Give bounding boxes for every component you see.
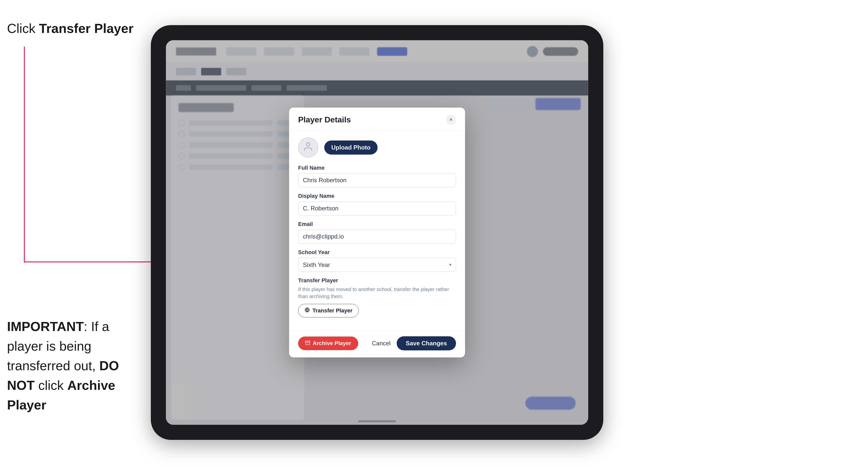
instruction-bottom: IMPORTANT: If a player is being transfer… xyxy=(7,317,148,415)
footer-right-actions: Cancel Save Changes xyxy=(372,336,456,350)
svg-point-0 xyxy=(306,143,310,146)
instruction-important: IMPORTANT xyxy=(7,319,84,334)
modal-footer: Archive Player Cancel Save Changes xyxy=(289,331,465,357)
modal-overlay: Player Details × xyxy=(166,40,588,425)
full-name-label: Full Name xyxy=(298,165,456,171)
full-name-group: Full Name xyxy=(298,165,456,187)
upload-photo-button[interactable]: Upload Photo xyxy=(324,141,378,155)
full-name-input[interactable] xyxy=(298,173,456,187)
photo-row: Upload Photo xyxy=(298,137,456,158)
instruction-top: Click Transfer Player xyxy=(7,20,133,37)
svg-rect-1 xyxy=(305,341,310,342)
email-input[interactable] xyxy=(298,229,456,244)
modal-header: Player Details × xyxy=(289,107,465,130)
email-group: Email xyxy=(298,221,456,244)
transfer-player-button[interactable]: Transfer Player xyxy=(298,304,359,317)
instruction-top-bold: Transfer Player xyxy=(39,21,133,36)
modal-close-button[interactable]: × xyxy=(446,115,456,125)
modal-body: Upload Photo Full Name Display Name xyxy=(289,130,465,331)
avatar-placeholder xyxy=(298,137,318,158)
display-name-group: Display Name xyxy=(298,193,456,215)
display-name-input[interactable] xyxy=(298,201,456,215)
school-year-select-wrapper: First Year Second Year Third Year Fourth… xyxy=(298,258,456,272)
archive-btn-label: Archive Player xyxy=(313,340,351,347)
instruction-top-text: Click xyxy=(7,21,39,36)
school-year-select[interactable]: First Year Second Year Third Year Fourth… xyxy=(298,258,456,272)
modal-title: Player Details xyxy=(298,115,351,124)
transfer-section: Transfer Player If this player has moved… xyxy=(298,277,456,317)
email-label: Email xyxy=(298,221,456,227)
player-details-modal: Player Details × xyxy=(289,107,465,357)
archive-icon xyxy=(305,340,310,347)
transfer-section-title: Transfer Player xyxy=(298,277,456,284)
tablet-screen: Player Details × xyxy=(166,40,588,425)
transfer-player-btn-label: Transfer Player xyxy=(312,307,352,314)
transfer-section-description: If this player has moved to another scho… xyxy=(298,286,456,300)
user-icon xyxy=(303,141,313,154)
transfer-icon xyxy=(304,307,310,314)
instruction-bottom-text2: click xyxy=(35,378,67,393)
school-year-group: School Year First Year Second Year Third… xyxy=(298,249,456,272)
display-name-label: Display Name xyxy=(298,193,456,199)
annotation-line-vertical xyxy=(24,46,25,263)
school-year-label: School Year xyxy=(298,249,456,256)
cancel-button[interactable]: Cancel xyxy=(372,340,391,347)
archive-player-button[interactable]: Archive Player xyxy=(298,337,358,350)
save-changes-button[interactable]: Save Changes xyxy=(397,336,456,350)
tablet-shell: Player Details × xyxy=(151,25,603,440)
